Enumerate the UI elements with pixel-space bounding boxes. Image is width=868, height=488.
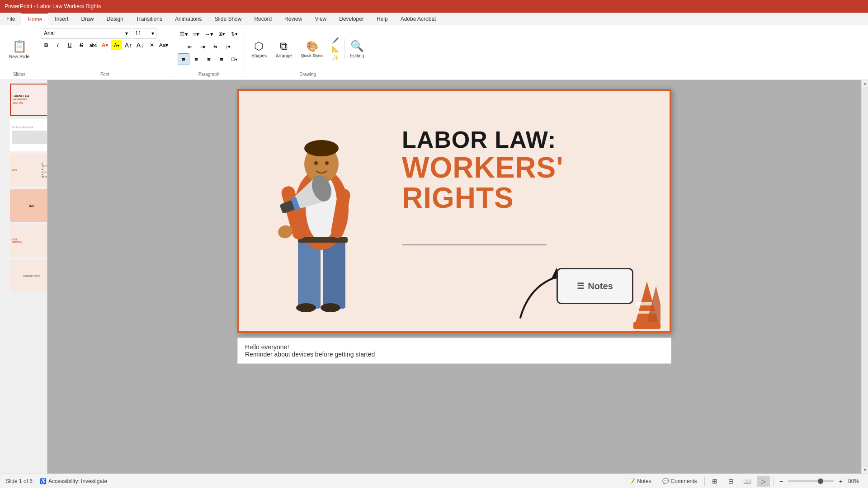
strikethrough-button[interactable]: S xyxy=(76,40,87,50)
tab-animations[interactable]: Animations xyxy=(169,13,208,25)
drawing-group-content: ⬡ Shapes ⧉ Arrange 🎨 Quick Styles 🖊️ 📐 ✨ xyxy=(249,28,367,70)
status-right: 📝 Notes 💬 Comments ⊞ ⊟ 📖 ▷ − + 80% xyxy=(625,476,863,487)
view-slide-sorter-btn[interactable]: ⊟ xyxy=(725,476,737,487)
tab-view[interactable]: View xyxy=(308,13,333,25)
tab-draw[interactable]: Draw xyxy=(75,13,100,25)
align-left-button[interactable]: ≡ xyxy=(178,53,189,65)
slide-main[interactable]: LABOR LAW: WORKERS' RIGHTS xyxy=(237,89,671,333)
slide-thumb-wrapper-2: 2 OF THIS TEMPLATE xyxy=(2,119,45,151)
status-divider xyxy=(704,477,705,486)
editing-button[interactable]: 🔍 Editing xyxy=(344,38,367,60)
slide-thumb-3[interactable]: NTS ■ SECTION ■ SECTION ■ SECTION xyxy=(10,154,47,187)
slide-title-line2: WORKERS' xyxy=(402,153,651,183)
slide-thumb-1[interactable]: LABOR LAW: WORKERS' RIGHTS xyxy=(10,84,47,116)
columns-button[interactable]: ⊞▾ xyxy=(216,28,227,40)
notes-status-btn[interactable]: 📝 Notes xyxy=(625,477,655,485)
tab-record[interactable]: Record xyxy=(248,13,278,25)
accessibility-label: Accessibility: Investigate xyxy=(48,478,107,484)
tab-review[interactable]: Review xyxy=(278,13,308,25)
view-reading-btn[interactable]: 📖 xyxy=(741,476,754,487)
shapes-icon: ⬡ xyxy=(254,40,264,52)
font-decrease-button[interactable]: A↓ xyxy=(135,40,146,50)
tab-home[interactable]: Home xyxy=(21,13,48,25)
text-direction-button[interactable]: ⇅▾ xyxy=(228,28,240,40)
numbering-button[interactable]: ≡▾ xyxy=(190,28,202,40)
font-size-box[interactable]: 11 ▾ xyxy=(133,28,156,39)
paragraph-row2: ⇤ ⇥ ⇆ ↕▾ xyxy=(184,41,234,52)
scroll-down-arrow[interactable]: ▼ xyxy=(862,467,868,474)
slide-divider xyxy=(402,244,547,245)
arrange-button[interactable]: ⧉ Arrange xyxy=(273,38,295,60)
zoom-slider[interactable] xyxy=(788,480,834,482)
slide-thumb-wrapper-4: 4 DA! xyxy=(2,189,45,222)
slide-thumb-5[interactable]: E OF SECTION xyxy=(10,225,47,257)
line-spacing-button[interactable]: ↕▾ xyxy=(222,41,234,52)
bold-button[interactable]: B xyxy=(41,40,52,50)
clear-format-button[interactable]: ✕ xyxy=(146,40,157,50)
slide-thumb-wrapper-5: 5 E OF SECTION xyxy=(2,225,45,257)
justify-button[interactable]: ≡ xyxy=(216,53,227,65)
font-name-dropdown-icon: ▾ xyxy=(125,30,128,37)
shape-fill-button[interactable]: 🖊️ xyxy=(332,37,339,44)
new-slide-icon: 📋 xyxy=(12,39,27,53)
slide-thumb-4[interactable]: DA! xyxy=(10,189,47,222)
slide-notes-area[interactable]: Hello everyone! Reminder about devices b… xyxy=(237,338,671,364)
tab-insert[interactable]: Insert xyxy=(48,13,75,25)
align-center-button[interactable]: ≡ xyxy=(190,53,202,65)
italic-button[interactable]: I xyxy=(52,40,63,50)
shape-outline-button[interactable]: 📐 xyxy=(332,46,339,52)
shape-effects-button[interactable]: ✨ xyxy=(332,54,339,61)
font-selector: Arial ▾ 11 ▾ B I U S abc xyxy=(41,28,169,50)
paragraph-group-label: Paragraph xyxy=(178,70,240,77)
text-shadow-button[interactable]: ☐▾ xyxy=(228,53,240,65)
notes-callout: ☰ Notes xyxy=(557,268,633,304)
zoom-minus-btn[interactable]: − xyxy=(778,478,785,485)
scroll-up-arrow[interactable]: ▲ xyxy=(862,80,868,87)
ribbon-group-drawing: ⬡ Shapes ⧉ Arrange 🎨 Quick Styles 🖊️ 📐 ✨ xyxy=(245,27,370,78)
slide-thumb-inner-5: E OF SECTION xyxy=(11,225,47,256)
slide-thumb-6[interactable]: LONGER TEXT? xyxy=(10,260,47,292)
accessibility-icon: ♿ xyxy=(40,478,47,484)
tab-help[interactable]: Help xyxy=(370,13,394,25)
slide-count: Slide 1 of 6 xyxy=(5,478,33,484)
font-increase-button[interactable]: A↑ xyxy=(123,40,134,50)
zoom-plus-btn[interactable]: + xyxy=(837,478,844,485)
font-size-value: 11 xyxy=(135,30,141,37)
new-slide-button[interactable]: 📋 New Slide xyxy=(6,38,32,61)
font-name-box[interactable]: Arial ▾ xyxy=(41,28,131,39)
accessibility-btn[interactable]: ♿ Accessibility: Investigate xyxy=(40,478,107,484)
right-scrollbar[interactable]: ▲ ▼ xyxy=(861,80,868,474)
ribbon-group-font: Arial ▾ 11 ▾ B I U S abc xyxy=(37,27,173,78)
slide-thumb-2[interactable]: OF THIS TEMPLATE xyxy=(10,119,47,151)
bullets-button[interactable]: ☰▾ xyxy=(178,28,189,40)
main-area: 1 LABOR LAW: WORKERS' RIGHTS 2 OF THIS T… xyxy=(0,80,868,474)
smart-convert-button[interactable]: ⇆ xyxy=(209,41,221,52)
underline-button[interactable]: U xyxy=(64,40,75,50)
indent-button[interactable]: ↔▾ xyxy=(203,28,215,40)
tab-transitions[interactable]: Transitions xyxy=(130,13,169,25)
view-normal-btn[interactable]: ⊞ xyxy=(708,476,721,487)
tab-acrobat[interactable]: Adobe Acrobat xyxy=(394,13,443,25)
font-color-button[interactable]: A▾ xyxy=(99,40,110,50)
view-presenter-btn[interactable]: ▷ xyxy=(757,476,770,487)
decrease-indent-button[interactable]: ⇤ xyxy=(184,41,196,52)
tab-file[interactable]: File xyxy=(0,13,21,25)
tab-design[interactable]: Design xyxy=(100,13,129,25)
font-case-button[interactable]: Aa▾ xyxy=(158,40,169,50)
notes-line1: Hello everyone! xyxy=(245,343,664,351)
highlight-button[interactable]: A▾ xyxy=(111,40,122,50)
comments-status-btn[interactable]: 💬 Comments xyxy=(659,477,701,485)
strikethrough2-button[interactable]: abc xyxy=(88,40,99,50)
slide-thumb-wrapper-1: 1 LABOR LAW: WORKERS' RIGHTS xyxy=(2,84,45,116)
notes-status-icon: 📝 xyxy=(628,478,635,484)
align-right-button[interactable]: ≡ xyxy=(203,53,215,65)
quick-styles-button[interactable]: 🎨 Quick Styles xyxy=(298,39,326,60)
slide-thumb-wrapper-3: 3 NTS ■ SECTION ■ SECTION ■ SECTION xyxy=(2,154,45,187)
tab-developer[interactable]: Developer xyxy=(333,13,370,25)
editing-label: Editing xyxy=(350,53,364,58)
increase-indent-button[interactable]: ⇥ xyxy=(197,41,208,52)
arrange-icon: ⧉ xyxy=(280,40,288,52)
tab-slideshow[interactable]: Slide Show xyxy=(208,13,248,25)
slide-title-text: LABOR LAW: WORKERS' RIGHTS xyxy=(402,127,651,214)
shapes-button[interactable]: ⬡ Shapes xyxy=(249,38,269,60)
